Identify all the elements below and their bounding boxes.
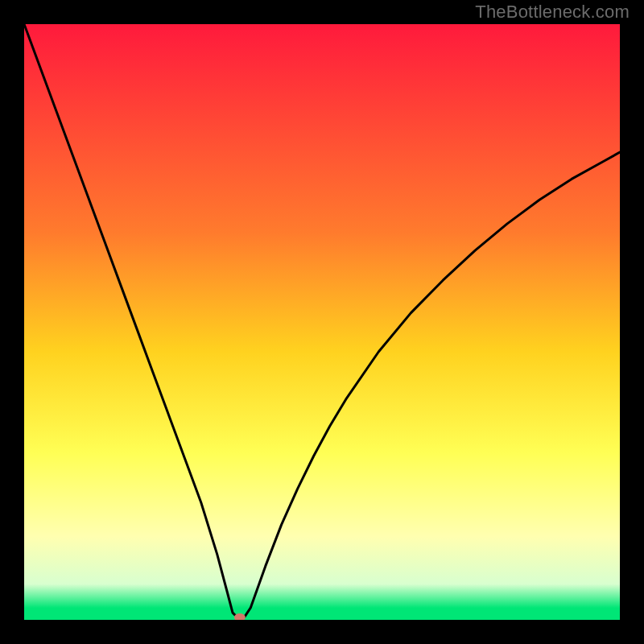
watermark-text: TheBottleneck.com [475, 2, 630, 23]
bottleneck-chart [24, 24, 620, 620]
gradient-background [24, 24, 620, 620]
chart-frame: TheBottleneck.com [0, 0, 644, 644]
